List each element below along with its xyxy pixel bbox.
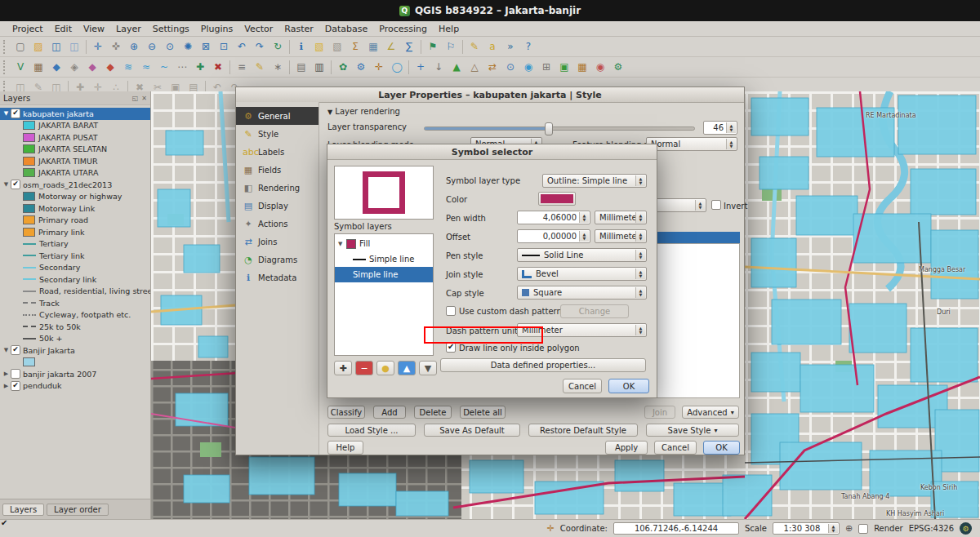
delete-class-button[interactable]: Delete (414, 406, 452, 419)
spin-arrows-icon[interactable] (579, 231, 589, 242)
save-project-icon[interactable]: ◫ (48, 38, 65, 55)
expander-icon[interactable]: ▼ (2, 110, 11, 117)
new-bookmark-icon[interactable]: ⚐ (443, 38, 459, 55)
symbol-selector-titlebar[interactable]: Symbol selector (327, 144, 657, 160)
add-raster-layer-icon[interactable]: ▦ (30, 59, 47, 75)
transparency-slider-handle[interactable] (545, 122, 553, 135)
pen-style-dropdown[interactable]: Solid Line (517, 248, 647, 262)
pen-width-unit-dropdown[interactable]: Millimeter (595, 211, 647, 224)
save-style-button[interactable]: Save Style ▾ (646, 424, 739, 437)
properties-tab-general[interactable]: ⚙General (236, 107, 318, 125)
advanced-button[interactable]: Advanced ▾ (682, 406, 739, 419)
show-bookmarks-icon[interactable]: ⚑ (425, 38, 441, 55)
transparency-spinbox[interactable]: 46 (703, 121, 737, 135)
move-symbol-layer-down-button[interactable]: ▼ (419, 361, 437, 375)
layer-tree-item[interactable]: Secondary (0, 262, 150, 274)
deselect-features-icon[interactable]: ▧ (329, 38, 345, 55)
zoom-to-layer-icon[interactable]: ⊡ (216, 38, 232, 55)
statistical-summary-icon[interactable]: ∑ (401, 38, 417, 55)
select-by-expression-icon[interactable]: Σ (347, 38, 363, 55)
menu-project[interactable]: Project (7, 23, 49, 35)
layer-visibility-checkbox[interactable]: ✔ (11, 109, 20, 118)
print-composer-icon[interactable]: ▤ (293, 59, 310, 75)
layer-visibility-checkbox[interactable]: ✔ (11, 345, 20, 355)
add-mssql-layer-icon[interactable]: ◆ (84, 59, 100, 75)
layer-tree-item[interactable]: Motorway Link (0, 202, 150, 215)
field-calculator-icon[interactable]: ∗ (270, 59, 286, 75)
layer-tree-item[interactable]: Primary road (0, 215, 150, 227)
layer-tree-item[interactable]: ▶banjir jakarta 2007 (0, 368, 150, 380)
menu-help[interactable]: Help (433, 23, 465, 35)
mouse-position-icon[interactable]: ✛ (547, 523, 555, 534)
help-button[interactable]: Help (327, 441, 363, 455)
menu-processing[interactable]: Processing (373, 23, 433, 35)
zoom-last-icon[interactable]: ↶ (234, 38, 250, 55)
coordinate-capture-icon[interactable]: + (412, 59, 429, 75)
layer-properties-icon[interactable]: ≡ (234, 59, 250, 75)
zoom-in-icon[interactable]: ⊕ (126, 38, 142, 55)
expander-icon[interactable]: ▼ (2, 181, 11, 188)
data-defined-properties-button[interactable]: Data defined properties... (440, 358, 646, 372)
add-vector-layer-icon[interactable]: V (12, 59, 29, 75)
symbol-layer-item-simple-line-selected[interactable]: Simple line (335, 267, 433, 282)
use-custom-dash-checkbox[interactable] (446, 306, 456, 316)
menu-view[interactable]: View (78, 23, 110, 35)
layer-tree-item[interactable]: Track (0, 297, 150, 309)
add-wms-layer-icon[interactable]: ≋ (120, 59, 136, 75)
panel-tab-layer-order[interactable]: Layer order (47, 504, 109, 516)
symbol-ok-button[interactable]: OK (608, 379, 649, 393)
magnifier-icon[interactable]: ⊕ (845, 523, 853, 534)
expander-icon[interactable]: ▼ (2, 347, 11, 353)
layer-tree-item[interactable]: Motorway or highway (0, 191, 150, 203)
layer-tree-item[interactable]: JAKARTA PUSAT (0, 131, 150, 144)
properties-tab-labels[interactable]: abcLabels (236, 143, 318, 161)
menu-database[interactable]: Database (319, 23, 374, 35)
scale-combobox[interactable]: 1:30 308 (773, 522, 840, 535)
georeferencer-icon[interactable]: ✛ (371, 59, 387, 75)
properties-tab-diagrams[interactable]: ◔Diagrams (236, 251, 318, 268)
help-contents-icon[interactable]: ? (520, 38, 537, 55)
web-plugin-icon[interactable]: ◉ (520, 59, 537, 75)
pan-to-selection-icon[interactable]: ✜ (108, 38, 124, 55)
layer-visibility-checkbox[interactable]: ✔ (11, 381, 20, 391)
add-class-button[interactable]: Add (373, 406, 406, 419)
layer-tree-item[interactable]: Tertiary (0, 238, 150, 251)
apply-button[interactable]: Apply (605, 441, 648, 455)
zoom-native-icon[interactable]: ⊙ (162, 38, 178, 55)
cap-style-dropdown[interactable]: Square (517, 286, 647, 300)
new-shapefile-layer-icon[interactable]: ✚ (192, 59, 208, 75)
terrain-analysis-icon[interactable]: △ (466, 59, 483, 75)
add-oracle-layer-icon[interactable]: ◆ (102, 59, 118, 75)
cancel-button[interactable]: Cancel (654, 441, 697, 455)
layer-tree-item[interactable]: JAKARTA BARAT (0, 120, 150, 132)
feature-blending-dropdown[interactable]: Normal (646, 137, 737, 151)
symbol-layer-type-dropdown[interactable]: Outline: Simple line (542, 174, 647, 188)
layer-tree-item[interactable]: ▼✔osm_roads_21dec2013 (0, 179, 150, 191)
move-symbol-layer-up-button[interactable]: ▲ (398, 361, 416, 375)
layer-tree-item[interactable] (0, 357, 150, 369)
topology-checker-icon[interactable]: ⊞ (538, 59, 555, 75)
expander-icon[interactable]: ▶ (2, 371, 11, 377)
epsg-label[interactable]: EPSG:4326 (909, 524, 954, 533)
properties-tab-joins[interactable]: ⇄Joins (236, 233, 318, 251)
classify-button[interactable]: Classify (327, 406, 365, 419)
raster-calculator-icon[interactable]: ▦ (574, 59, 590, 75)
add-wfs-layer-icon[interactable]: ~ (156, 59, 172, 75)
python-console-icon[interactable]: » (502, 38, 519, 55)
save-as-default-button[interactable]: Save As Default (424, 424, 520, 437)
annotation-icon[interactable]: ✎ (466, 38, 483, 55)
coordinate-input[interactable]: 106.71246,-6.14244 (613, 522, 739, 535)
menu-raster[interactable]: Raster (278, 23, 318, 35)
restore-default-style-button[interactable]: Restore Default Style (528, 424, 638, 437)
draw-inside-polygon-checkbox[interactable] (446, 343, 456, 353)
properties-tab-fields[interactable]: ▦Fields (236, 161, 318, 179)
openstreetmap-icon[interactable]: ◯ (389, 59, 405, 75)
style-manager-icon[interactable]: ✎ (252, 59, 268, 75)
properties-tab-metadata[interactable]: ℹMetadata (236, 268, 318, 286)
interpolation-icon[interactable]: ▲ (448, 59, 465, 75)
layer-tree-item[interactable]: Road, residential, living street, etc. (0, 286, 150, 298)
add-spatialite-layer-icon[interactable]: ◈ (66, 59, 82, 75)
menu-settings[interactable]: Settings (147, 23, 195, 35)
open-attribute-table-icon[interactable]: ▦ (365, 38, 381, 55)
expander-icon[interactable]: ▶ (2, 383, 11, 389)
